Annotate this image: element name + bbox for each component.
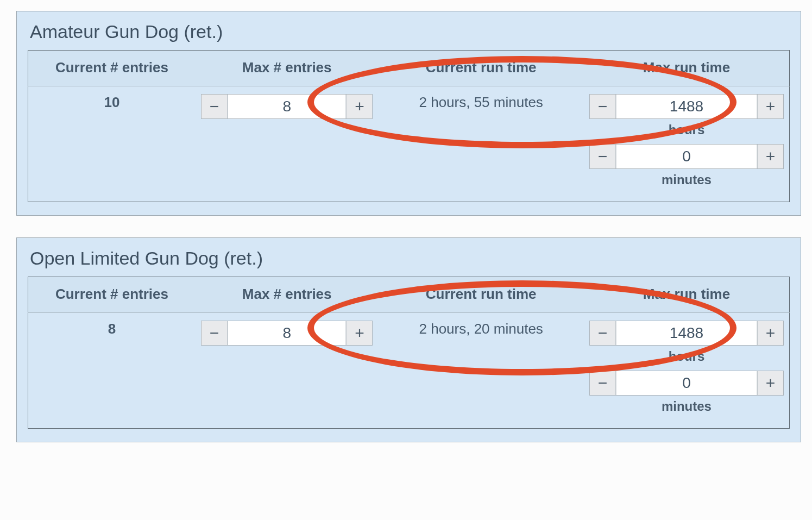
minus-icon[interactable]: − (590, 321, 616, 345)
current-entries-value: 8 (28, 313, 196, 429)
max-entries-cell: − + (196, 313, 378, 429)
max-runtime-hours-stepper: − + (589, 321, 784, 346)
minutes-label: minutes (589, 172, 784, 187)
max-runtime-minutes-input[interactable] (616, 371, 757, 395)
plus-icon[interactable]: + (757, 145, 783, 168)
col-max-entries: Max # entries (196, 277, 378, 313)
hours-label: hours (589, 122, 784, 137)
max-runtime-cell: − + hours − + minutes (584, 86, 790, 202)
table-row: 10 − + 2 hours, 55 minutes − + (28, 86, 790, 202)
plus-icon[interactable]: + (757, 95, 783, 118)
max-entries-stepper: − + (201, 94, 373, 119)
category-panel: Amateur Gun Dog (ret.) Current # entries… (16, 11, 801, 216)
col-max-entries: Max # entries (196, 51, 378, 86)
col-max-runtime: Max run time (584, 277, 790, 313)
max-runtime-minutes-stepper: − + (589, 371, 784, 396)
col-current-runtime: Current run time (378, 277, 584, 313)
plus-icon[interactable]: + (346, 321, 372, 345)
panel-title: Open Limited Gun Dog (ret.) (30, 248, 790, 269)
max-runtime-minutes-stepper: − + (589, 144, 784, 169)
max-runtime-hours-input[interactable] (616, 321, 757, 345)
minus-icon[interactable]: − (590, 145, 616, 168)
minus-icon[interactable]: − (590, 95, 616, 118)
max-runtime-minutes-input[interactable] (616, 145, 757, 168)
entries-table: Current # entries Max # entries Current … (28, 277, 790, 429)
max-entries-cell: − + (196, 86, 378, 202)
plus-icon[interactable]: + (346, 95, 372, 118)
max-runtime-hours-input[interactable] (616, 95, 757, 118)
max-runtime-hours-stepper: − + (589, 94, 784, 119)
col-current-entries: Current # entries (28, 51, 196, 86)
hours-label: hours (589, 349, 784, 364)
max-entries-input[interactable] (228, 95, 346, 118)
max-entries-stepper: − + (201, 321, 373, 346)
panel-title: Amateur Gun Dog (ret.) (30, 21, 790, 42)
minus-icon[interactable]: − (202, 321, 228, 345)
table-row: 8 − + 2 hours, 20 minutes − + (28, 313, 790, 429)
current-entries-value: 10 (28, 86, 196, 202)
current-runtime-value: 2 hours, 55 minutes (378, 86, 584, 202)
col-max-runtime: Max run time (584, 51, 790, 86)
current-runtime-value: 2 hours, 20 minutes (378, 313, 584, 429)
plus-icon[interactable]: + (757, 371, 783, 395)
col-current-runtime: Current run time (378, 51, 584, 86)
plus-icon[interactable]: + (757, 321, 783, 345)
entries-table: Current # entries Max # entries Current … (28, 50, 790, 202)
minutes-label: minutes (589, 399, 784, 414)
minus-icon[interactable]: − (590, 371, 616, 395)
max-runtime-cell: − + hours − + minutes (584, 313, 790, 429)
category-panel: Open Limited Gun Dog (ret.) Current # en… (16, 237, 801, 442)
minus-icon[interactable]: − (202, 95, 228, 118)
max-entries-input[interactable] (228, 321, 346, 345)
col-current-entries: Current # entries (28, 277, 196, 313)
